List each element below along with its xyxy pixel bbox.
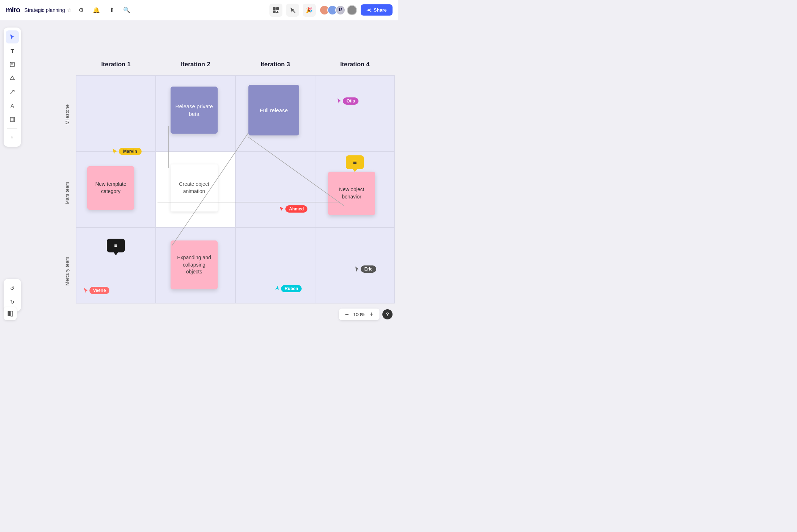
svg-rect-16 xyxy=(8,311,10,316)
shapes-tool[interactable] xyxy=(6,72,19,85)
zoom-out-button[interactable]: − xyxy=(343,310,351,319)
avatar-me xyxy=(347,5,357,15)
svg-point-7 xyxy=(366,9,368,11)
col-header-iteration4: Iteration 4 xyxy=(315,54,395,75)
sticky-new-object-behavior[interactable]: New object behavior xyxy=(328,172,375,215)
topbar: miro Strategic planning ☆ ⚙ 🔔 ⬆ 🔍 xyxy=(0,0,398,20)
svg-rect-15 xyxy=(11,118,14,121)
zoom-in-button[interactable]: + xyxy=(367,310,376,319)
help-button[interactable]: ? xyxy=(382,309,393,319)
svg-point-8 xyxy=(370,8,371,9)
svg-line-13 xyxy=(11,90,14,94)
cursor-marvin: Marvin xyxy=(112,148,142,155)
share-label: Share xyxy=(374,7,387,13)
svg-point-9 xyxy=(370,11,371,12)
grid-tool-button[interactable] xyxy=(269,4,282,17)
chat-bubble-yellow: ≡ xyxy=(346,155,364,169)
sticky-new-template-category[interactable]: New template category xyxy=(87,166,134,210)
cursor-otis-label: Otis xyxy=(343,97,358,105)
cursor-marvin-label: Marvin xyxy=(119,148,142,155)
cursor-eric-label: Eric xyxy=(361,265,376,273)
cursor-ahmed-label: Ahmed xyxy=(285,205,307,213)
cursor-veerle-label: Veerle xyxy=(89,287,109,294)
redo-button[interactable]: ↻ xyxy=(6,296,19,309)
board-title: Strategic planning ☆ xyxy=(24,7,72,13)
topbar-icons: ⚙ 🔔 ⬆ 🔍 xyxy=(76,5,132,15)
cell-mars-iter3: Ahmed xyxy=(235,151,315,227)
cursor-ruben: Ruben xyxy=(275,285,302,292)
settings-icon[interactable]: ⚙ xyxy=(76,5,86,15)
cursor-tool-button[interactable] xyxy=(286,4,299,17)
cell-milestone-iter1 xyxy=(76,75,156,151)
cursor-ruben-label: Ruben xyxy=(281,285,302,292)
notifications-icon[interactable]: 🔔 xyxy=(91,5,101,15)
cell-mercury-iter4: Eric xyxy=(315,227,395,303)
avatars-group: 12 xyxy=(319,5,357,15)
cell-mars-iter4: ≡ New object behavior xyxy=(315,151,395,227)
miro-logo: miro xyxy=(6,6,20,14)
cell-mercury-iter3: Ruben xyxy=(235,227,315,303)
sticky-create-object-animation[interactable]: Create object animation xyxy=(171,164,218,211)
col-header-iteration3: Iteration 3 xyxy=(235,54,315,75)
cell-mars-iter2: Create object animation xyxy=(156,151,235,227)
cell-mercury-iter1: ≡ Veerle xyxy=(76,227,156,303)
sticky-release-private-beta[interactable]: Release private beta xyxy=(171,87,218,134)
toolbar-separator xyxy=(7,128,17,129)
cursor-veerle: Veerle xyxy=(84,287,109,294)
svg-rect-10 xyxy=(10,62,14,67)
svg-line-5 xyxy=(293,11,295,13)
cursor-ahmed: Ahmed xyxy=(280,205,307,213)
board: Iteration 1 Iteration 2 Iteration 3 Iter… xyxy=(29,28,395,318)
cursor-eric: Eric xyxy=(355,265,376,273)
board-grid: Release private beta Full release Otis N… xyxy=(76,75,387,311)
svg-rect-17 xyxy=(11,311,13,316)
left-toolbar: T A » xyxy=(4,28,21,147)
topbar-left: miro Strategic planning ☆ ⚙ 🔔 ⬆ 🔍 xyxy=(6,5,132,15)
cell-mercury-iter2: Expanding and collapsing objects xyxy=(156,227,235,303)
svg-rect-0 xyxy=(273,7,276,10)
row-label-mercury: Mercury team xyxy=(58,232,76,311)
svg-rect-4 xyxy=(276,12,278,13)
bottom-left-toolbar: ↺ ↻ xyxy=(4,279,21,311)
sticky-expanding-collapsing[interactable]: Expanding and collapsing objects xyxy=(171,240,218,289)
arrow-tool[interactable] xyxy=(6,85,19,99)
col-headers: Iteration 1 Iteration 2 Iteration 3 Iter… xyxy=(76,54,387,75)
undo-button[interactable]: ↺ xyxy=(6,282,19,295)
col-header-iteration1: Iteration 1 xyxy=(76,54,156,75)
text-tool[interactable]: T xyxy=(6,44,19,57)
row-label-milestone: Milestone xyxy=(58,75,76,154)
star-icon[interactable]: ☆ xyxy=(67,7,72,13)
select-tool[interactable] xyxy=(6,30,19,43)
sticky-full-release[interactable]: Full release xyxy=(248,85,299,135)
zoom-level: 100% xyxy=(353,312,366,317)
celebrate-icon[interactable]: 🎉 xyxy=(303,4,316,17)
board-title-text: Strategic planning xyxy=(24,7,65,13)
share-button[interactable]: Share xyxy=(361,4,393,16)
row-labels: Milestone Mars team Mercury team xyxy=(58,75,76,311)
zoom-control: − 100% + xyxy=(339,309,379,320)
search-icon[interactable]: 🔍 xyxy=(122,5,132,15)
row-label-mars: Mars team xyxy=(58,154,76,233)
pen-tool[interactable]: A xyxy=(6,99,19,112)
sticky-note-tool[interactable] xyxy=(6,58,19,71)
cell-milestone-iter2: Release private beta xyxy=(156,75,235,151)
canvas: Iteration 1 Iteration 2 Iteration 3 Iter… xyxy=(25,20,398,326)
col-header-iteration2: Iteration 2 xyxy=(156,54,235,75)
sidebar-toggle[interactable] xyxy=(4,307,17,320)
cell-milestone-iter4: Otis xyxy=(315,75,395,151)
bottom-right: − 100% + ? xyxy=(339,309,393,320)
frame-tool[interactable] xyxy=(6,113,19,126)
svg-point-6 xyxy=(368,9,370,11)
cursor-otis: Otis xyxy=(337,97,358,105)
topbar-right: 🎉 12 Share xyxy=(269,4,393,17)
svg-rect-1 xyxy=(276,7,279,10)
chat-bubble-black: ≡ xyxy=(107,239,125,252)
more-tools[interactable]: » xyxy=(6,131,19,144)
avatar-count: 12 xyxy=(335,5,345,15)
share-export-icon[interactable]: ⬆ xyxy=(106,5,117,15)
cell-milestone-iter3: Full release xyxy=(235,75,315,151)
cell-mars-iter1: New template category xyxy=(76,151,156,227)
svg-rect-2 xyxy=(273,11,276,13)
